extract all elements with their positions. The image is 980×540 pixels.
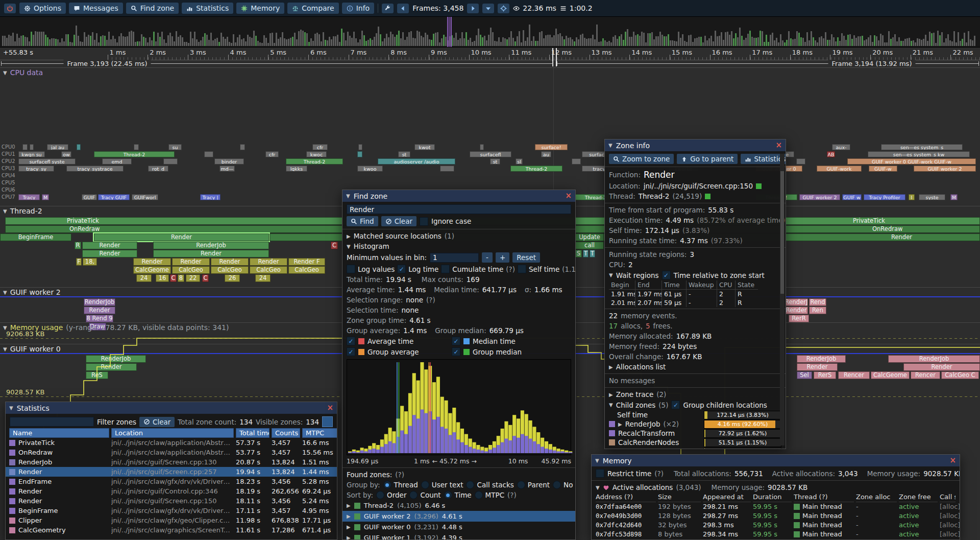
cpu-zone[interactable]: cfr [265, 151, 279, 157]
timeline-zone[interactable]: RenderJob [797, 355, 846, 363]
timeline-zone[interactable]: T [590, 250, 595, 257]
timeline-zone[interactable]: C [202, 274, 209, 282]
source-indicator-icon[interactable] [756, 183, 762, 189]
child-zone-row[interactable]: ▶RenderJob(×2)4.16 ms (92.60%) [605, 419, 786, 429]
legend-checkbox[interactable] [452, 347, 460, 356]
cpu-zone[interactable]: emd [102, 158, 132, 165]
power-button[interactable] [4, 4, 16, 13]
cpu-zone[interactable] [440, 166, 454, 172]
min-bin-input[interactable]: 1 [430, 253, 479, 263]
timeline-zone[interactable]: CalcGeo [172, 266, 210, 274]
cpu-zone[interactable] [572, 158, 581, 165]
stats-column-header[interactable]: Total time [236, 428, 270, 438]
cpu-zone[interactable] [796, 158, 805, 165]
timeline-zone[interactable]: S [575, 250, 582, 257]
timeline-zone[interactable]: Render [903, 363, 980, 371]
cpu-zone[interactable]: surface! [535, 144, 568, 150]
timeline-zone[interactable]: 16 [156, 274, 169, 282]
frame-dropdown-button[interactable] [482, 4, 494, 13]
cpu-zone[interactable] [134, 144, 139, 150]
relative-time-checkbox[interactable] [662, 271, 671, 279]
allocation-call-stack[interactable]: [alloc] [free] [940, 521, 960, 530]
scrollbar[interactable] [780, 154, 785, 445]
cpu-zone[interactable]: st [398, 151, 410, 157]
expand-icon[interactable]: ▶ [347, 513, 351, 519]
cpu-zone[interactable]: surfacefl syste [18, 158, 76, 165]
cpu-zone[interactable]: GUIF worker 2 [914, 166, 976, 172]
cpu-zone[interactable]: st [490, 158, 500, 165]
toolbar-button-info[interactable]: Info [342, 3, 375, 14]
stats-row[interactable]: CalcGeometryjni/../jni/src/claw/graphics… [6, 525, 337, 535]
cpu-zone[interactable]: binder [214, 158, 244, 165]
cpu-zone[interactable]: M [950, 194, 958, 200]
active-allocations-toggle[interactable]: ▼ Active allocations (3,043) Memory usag… [592, 482, 960, 492]
timeline-zone[interactable]: RenderJob [888, 355, 980, 363]
help-marker[interactable]: (?) [654, 469, 664, 478]
allocation-call-stack[interactable]: [alloc] [free] [940, 511, 960, 521]
self-time-checkbox[interactable] [518, 265, 526, 273]
filter-zones-input[interactable] [10, 417, 94, 427]
cpu-zone[interactable]: GUIF worker 0 GUIF-work GUIF-w [847, 158, 976, 165]
expand-icon[interactable]: ▶ [347, 535, 351, 540]
cpu-zone[interactable]: GUIF [82, 194, 97, 200]
cpu-zone[interactable]: Tracy GUIF [98, 194, 130, 200]
cpu-zone[interactable]: aux- [832, 144, 850, 150]
cpu-zone[interactable]: tracy_systrace [66, 166, 124, 172]
stats-row[interactable]: RenderJobjni/../jni/src/guif/Screen.cpp:… [6, 457, 337, 467]
collapse-icon[interactable]: ▼ [608, 143, 612, 148]
timeline-zone[interactable]: Render [84, 307, 115, 314]
thread-header-guif-worker-2[interactable]: ▼GUIF worker 2 [3, 288, 61, 296]
timeline-zone[interactable]: Ren [809, 307, 826, 314]
cpu-zone[interactable] [358, 144, 362, 150]
radio-groupby-thread[interactable]: Thread [383, 481, 418, 489]
cpu-zone[interactable]: GUIFworl [132, 194, 158, 200]
child-zone-row[interactable]: Self time172.14 µs (3.83%) [605, 410, 786, 419]
memory-titlebar[interactable]: ▼ Memory × [592, 455, 960, 466]
allocation-call-stack[interactable]: [alloc] [free] [940, 502, 960, 511]
stats-column-header[interactable]: Counts [272, 428, 300, 438]
timeline-zone[interactable]: Render [82, 242, 137, 249]
cpu-zone[interactable] [204, 151, 213, 157]
duration-histogram[interactable] [347, 359, 571, 455]
allocation-row[interactable]: 0x7e049b3d00128 bytes298.27 ms59.95 sMai… [592, 511, 960, 521]
stats-row[interactable]: OnRedrawjni/../jni/src/claw/application/… [6, 448, 337, 457]
cpu-zone[interactable]: AB [827, 151, 835, 157]
cpu-zone[interactable]: M [42, 194, 49, 200]
timeline-zone[interactable]: Render [82, 250, 137, 257]
allocations-column-header[interactable]: Address (?) [596, 492, 656, 502]
cpu-zone[interactable] [357, 151, 362, 157]
close-icon[interactable]: × [327, 404, 333, 412]
clear-button[interactable]: Clear [381, 216, 416, 226]
timeline-zone[interactable]: Rend [809, 298, 826, 306]
help-marker[interactable]: (?) [395, 471, 404, 479]
timeline-zone[interactable]: Update [575, 233, 604, 241]
legend-checkbox[interactable] [347, 337, 355, 345]
radio-groupby-user-text[interactable]: User text [421, 481, 463, 489]
radio-sortby-order[interactable]: Order [376, 491, 406, 499]
histogram-toggle[interactable]: ▼ Histogram [342, 241, 575, 251]
cpu-zone[interactable]: cfr [312, 144, 328, 150]
timeline-zone[interactable]: 26 [225, 274, 240, 282]
stats-row[interactable]: PrivateTickjni/../jni/src/claw/applicati… [6, 438, 337, 448]
timeline-zone[interactable]: RenderJob [84, 298, 115, 306]
next-frame-button[interactable] [467, 4, 479, 13]
zone-statistics-button[interactable]: Statistics [741, 154, 786, 164]
help-marker[interactable]: (?) [507, 491, 517, 499]
wait-regions-toggle[interactable]: ▼ Wait regions Time relative to zone sta… [605, 270, 786, 280]
cpu-zone[interactable] [77, 144, 81, 150]
allocation-row[interactable]: 0x7dfaa64e00192 bytes298.21 ms59.95 sMai… [592, 502, 960, 511]
child-zone-row[interactable]: RecalcTransform72.92 µs (1.62%) [605, 429, 786, 438]
timeline-zone[interactable]: C [331, 242, 338, 249]
timeline-zone[interactable]: RerS [814, 371, 836, 379]
stats-row[interactable]: Renderjni/../jni/src/guif/Screen.cpp:150… [6, 496, 337, 506]
min-bin-decrease-button[interactable]: - [482, 252, 493, 263]
timeline-zone[interactable]: 18, [83, 258, 97, 266]
goto-frame-button[interactable] [498, 4, 509, 13]
stats-row[interactable]: Renderjni/../jni/src/guif/Control.cpp:34… [6, 486, 337, 496]
cpu-zone[interactable]: syste [919, 194, 945, 200]
allocations-column-header[interactable]: Appeared at [703, 492, 751, 502]
toolbar-button-messages[interactable]: Messages [69, 3, 123, 14]
allocation-row[interactable]: 0x7dfc42d64032 bytes298.3 ms59.95 sMain … [592, 521, 960, 530]
toolbar-button-find-zone[interactable]: Find zone [126, 3, 179, 14]
zone-info-titlebar[interactable]: ▼ Zone info × [605, 139, 786, 151]
